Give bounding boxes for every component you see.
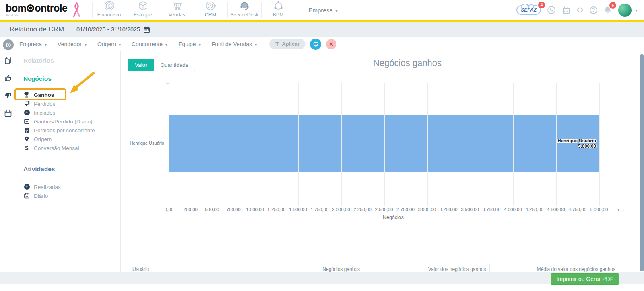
- whatsapp-icon[interactable]: [547, 6, 556, 14]
- sidebar-item-perdidos-por-concorrente[interactable]: Perdidos por concorrente: [23, 126, 120, 135]
- chevron-down-icon: ▾: [255, 43, 257, 47]
- sidebar-item-label: Origem: [34, 136, 52, 142]
- toggle-quantidade-button[interactable]: Quantidade: [154, 59, 196, 71]
- module-nav: $ Financeiro Estoque Vendas: [92, 0, 295, 21]
- module-label: BPM: [272, 12, 283, 18]
- filter-origem[interactable]: Origem▾: [97, 41, 121, 47]
- thumbs-down-icon[interactable]: [4, 92, 12, 99]
- apply-filters-label: Aplicar: [282, 41, 299, 47]
- logo-c-icon: [27, 4, 34, 12]
- date-range-picker[interactable]: 01/10/2025 - 31/10/2025: [76, 26, 150, 33]
- table-header-negocios-ganhos: Negócios ganhos: [235, 264, 363, 272]
- x-tick-label: 4.000,00: [504, 207, 522, 212]
- toggle-valor-button[interactable]: Valor: [128, 59, 154, 71]
- help-icon[interactable]: ?: [590, 6, 597, 14]
- sidebar-item-diario[interactable]: Diário: [23, 191, 120, 200]
- refresh-button[interactable]: [310, 39, 321, 50]
- refresh-icon: [313, 41, 319, 47]
- sefaz-button[interactable]: SEFAZ 4: [516, 5, 541, 15]
- sidebar-item-realizadas[interactable]: + Realizadas: [23, 182, 120, 191]
- calendar-icon[interactable]: [562, 6, 570, 14]
- clear-filters-button[interactable]: ✕: [326, 39, 336, 49]
- filter-vendedor[interactable]: Vendedor▾: [58, 41, 87, 47]
- apply-filters-button[interactable]: Aplicar: [269, 39, 305, 49]
- sidebar-item-ganhos-perdido-diario[interactable]: Ganhos/Perdido (Diário): [23, 117, 120, 126]
- gridline: [256, 83, 256, 206]
- plus-circle-icon: +: [23, 110, 30, 115]
- bomcontrole-logo[interactable]: bom ontrole #76165: [6, 3, 68, 17]
- filter-empresa[interactable]: Empresa▾: [19, 41, 47, 47]
- filter-funil-de-vendas[interactable]: Funil de Vendas▾: [212, 41, 257, 47]
- notifications-bell[interactable]: 6: [603, 6, 612, 15]
- print-pdf-button[interactable]: Imprimir ou Gerar PDF: [551, 273, 619, 285]
- x-tick-label: 250,00: [184, 207, 198, 212]
- trophy-icon: [23, 92, 30, 98]
- sidebar-item-label: Ganhos: [34, 92, 54, 98]
- x-tick-label: 1.750,00: [310, 207, 328, 212]
- module-servicedesk[interactable]: ServiceDesk: [227, 2, 261, 18]
- module-label: CRM: [205, 12, 216, 18]
- gear-icon[interactable]: ⚙: [576, 5, 584, 15]
- company-selector[interactable]: Empresa▾: [309, 7, 338, 14]
- svg-text:$: $: [108, 4, 110, 8]
- vertical-scrollbar[interactable]: [640, 54, 644, 271]
- x-tick-label: 0,00: [165, 207, 173, 212]
- chevron-down-icon: ▾: [119, 43, 121, 47]
- cube-icon: [138, 0, 149, 11]
- x-tick-label: 750,00: [227, 207, 241, 212]
- floating-logo-badge[interactable]: [3, 39, 14, 50]
- module-crm[interactable]: CRM: [194, 2, 227, 18]
- module-bpm[interactable]: BPM: [261, 2, 295, 18]
- x-tick-label: 1.000,00: [246, 207, 264, 212]
- reports-pages-icon[interactable]: [4, 56, 12, 64]
- sidebar-item-label: Perdidos por concorrente: [34, 127, 95, 133]
- gridline: [513, 83, 514, 206]
- sidebar-item-ganhos[interactable]: Ganhos: [23, 90, 120, 99]
- target-icon: [205, 0, 216, 11]
- logo-c-icon: [6, 43, 11, 47]
- gridline: [234, 83, 234, 206]
- calendar-icon[interactable]: [4, 110, 12, 117]
- x-tick-label: 3.000,00: [418, 207, 436, 212]
- chevron-down-icon: ▾: [85, 43, 87, 47]
- module-vendas[interactable]: Vendas: [160, 2, 194, 18]
- module-financeiro[interactable]: $ Financeiro: [92, 2, 126, 18]
- calendar-icon: [143, 26, 150, 33]
- x-tick-label: 3.500,00: [461, 207, 479, 212]
- building-icon: [23, 127, 30, 133]
- gridline: [406, 83, 406, 206]
- x-tick-label: 1.250,00: [268, 207, 286, 212]
- filter-concorrente[interactable]: Concorrente▾: [132, 41, 167, 47]
- x-tick-label: 1.500,00: [289, 207, 307, 212]
- sidebar-item-iniciados[interactable]: + Iniciados: [23, 108, 120, 117]
- filter-equipe[interactable]: Equipe▾: [178, 41, 201, 47]
- sidebar-item-label: Iniciados: [34, 110, 55, 116]
- x-tick-label: 2.500,00: [375, 207, 393, 212]
- headset-icon: [239, 0, 250, 11]
- sefaz-cloud-logo: SEFAZ: [516, 5, 541, 15]
- sidebar-heading-negocios: Negócios: [23, 75, 120, 82]
- sidebar-item-label: Diário: [34, 193, 48, 199]
- filter-label: Empresa: [19, 41, 42, 47]
- chart-title: Negócios ganhos: [373, 58, 442, 68]
- account-id: #76165: [6, 14, 68, 17]
- table-header-valor: Valor dos negócios ganhos: [363, 264, 489, 272]
- sidebar-item-origem[interactable]: Origem: [23, 135, 120, 143]
- icon-rail: [0, 51, 16, 272]
- table-header-usuario: Usuário: [129, 264, 235, 272]
- filter-label: Concorrente: [132, 41, 163, 47]
- sidebar-heading-relatorios: Relatórios: [23, 57, 120, 64]
- thumbs-up-icon[interactable]: [4, 74, 12, 82]
- user-menu[interactable]: ▾: [618, 4, 638, 17]
- page-title: Relatório de CRM: [10, 25, 64, 33]
- module-estoque[interactable]: Estoque: [126, 2, 160, 18]
- x-tick-label: 500,00: [205, 207, 219, 212]
- dollar-icon: $: [23, 145, 30, 151]
- thumbs-down-icon: [23, 101, 30, 107]
- sidebar-item-conversao-mensal[interactable]: $ Conversão Mensal: [23, 143, 120, 152]
- company-selector-label: Empresa: [309, 7, 333, 14]
- gridline: [427, 83, 428, 206]
- cart-icon: [171, 0, 182, 11]
- sidebar-item-perdidos[interactable]: Perdidos: [23, 99, 120, 108]
- filter-label: Vendedor: [58, 41, 82, 47]
